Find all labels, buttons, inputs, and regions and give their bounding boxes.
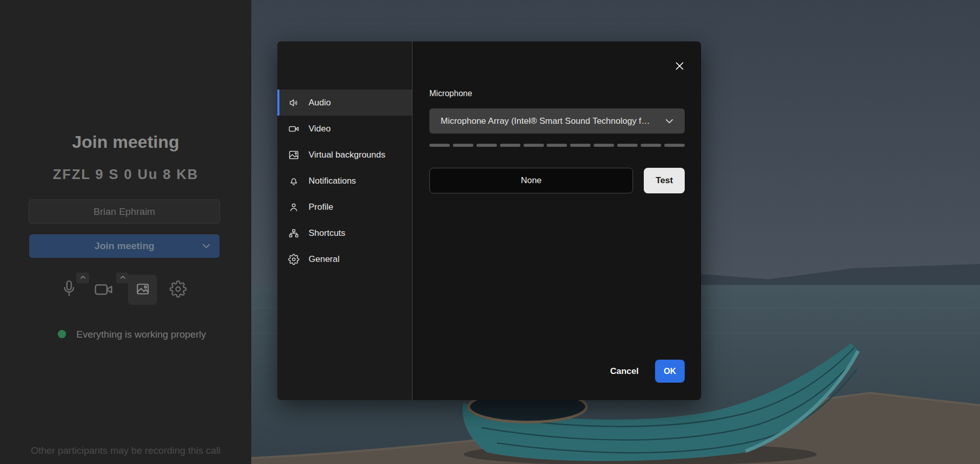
virtual-background-icon	[136, 282, 150, 298]
level-meter-segment	[664, 144, 685, 147]
nav-item-label: Video	[309, 124, 331, 134]
microphone-level-meter	[429, 144, 685, 147]
test-sound-button[interactable]: Test	[644, 168, 685, 193]
settings-dialog: Settings Audio	[277, 41, 701, 400]
speaker-device-value: None	[521, 175, 542, 185]
status-ok-dot	[58, 330, 66, 338]
virtual-background-button[interactable]	[128, 275, 157, 305]
person-icon	[288, 202, 299, 213]
chevron-down-icon	[200, 240, 212, 255]
nav-item-label: Profile	[309, 202, 333, 212]
speaker-icon	[288, 97, 299, 108]
level-meter-segment	[500, 144, 520, 147]
gear-icon	[169, 292, 187, 299]
nav-item-label: Notifications	[309, 176, 356, 186]
bell-icon	[288, 175, 299, 187]
nav-item-shortcuts[interactable]: Shortcuts	[277, 220, 412, 246]
display-name-input[interactable]	[29, 200, 220, 224]
camera-toggle-button[interactable]	[93, 281, 115, 299]
chevron-down-icon	[663, 115, 676, 130]
settings-button[interactable]	[169, 280, 187, 299]
join-meeting-button[interactable]: Join meeting	[29, 234, 220, 258]
meeting-code: ZFZL 9 S 0 Uu 8 KB	[0, 167, 251, 183]
image-icon	[288, 149, 299, 161]
video-camera-icon	[93, 292, 115, 299]
microphone-label: Microphone	[429, 89, 472, 98]
dialog-footer: Cancel OK	[610, 360, 685, 383]
nav-item-label: Shortcuts	[309, 228, 345, 238]
level-meter-segment	[429, 144, 450, 147]
nav-item-label: Virtual backgrounds	[309, 150, 385, 160]
status-text: Everything is working properly	[76, 329, 206, 340]
microphone-icon	[60, 293, 78, 301]
close-button[interactable]	[673, 60, 686, 73]
chevron-up-icon	[79, 273, 87, 283]
close-icon	[674, 60, 685, 73]
speaker-device-select[interactable]: None	[429, 168, 633, 193]
settings-nav: Settings Audio	[277, 41, 412, 400]
join-meeting-panel: Join meeting ZFZL 9 S 0 Uu 8 KB Join mee…	[0, 0, 251, 464]
nav-item-virtual-backgrounds[interactable]: Virtual backgrounds	[277, 142, 412, 168]
microphone-device-select[interactable]: Microphone Array (Intel® Smart Sound Tec…	[429, 108, 685, 134]
nav-item-general[interactable]: General	[277, 246, 412, 272]
level-meter-segment	[594, 144, 614, 147]
recording-notice: Other participants may be recording this…	[0, 445, 251, 456]
nav-item-notifications[interactable]: Notifications	[277, 168, 412, 194]
microphone-toggle-button[interactable]	[60, 279, 78, 301]
level-meter-segment	[476, 144, 497, 147]
ok-button[interactable]: OK	[655, 360, 685, 383]
nav-item-label: Audio	[309, 98, 331, 108]
camera-options-expander[interactable]	[116, 273, 129, 283]
level-meter-segment	[524, 144, 544, 147]
level-meter-segment	[641, 144, 661, 147]
shortcuts-icon	[288, 228, 299, 239]
settings-nav-list: Audio Video	[277, 90, 412, 272]
page-title: Join meeting	[0, 132, 251, 152]
test-button-label: Test	[656, 175, 673, 185]
cancel-button[interactable]: Cancel	[610, 366, 639, 377]
level-meter-segment	[617, 144, 638, 147]
nav-item-label: General	[309, 254, 339, 264]
gear-icon	[288, 254, 299, 265]
level-meter-segment	[570, 144, 591, 147]
nav-item-video[interactable]: Video	[277, 116, 412, 142]
level-meter-segment	[453, 144, 473, 147]
video-camera-icon	[288, 123, 299, 135]
settings-content-audio: Microphone Microphone Array (Intel® Smar…	[413, 41, 701, 400]
nav-item-profile[interactable]: Profile	[277, 194, 412, 220]
microphone-device-value: Microphone Array (Intel® Smart Sound Tec…	[441, 116, 650, 126]
app-window: Join meeting ZFZL 9 S 0 Uu 8 KB Join mee…	[0, 0, 980, 464]
nav-item-audio[interactable]: Audio	[277, 90, 412, 116]
join-meeting-button-label: Join meeting	[94, 240, 154, 251]
speaker-test-row: None Test	[429, 168, 685, 193]
chevron-up-icon	[119, 273, 127, 283]
level-meter-segment	[547, 144, 567, 147]
microphone-options-expander[interactable]	[76, 273, 89, 283]
